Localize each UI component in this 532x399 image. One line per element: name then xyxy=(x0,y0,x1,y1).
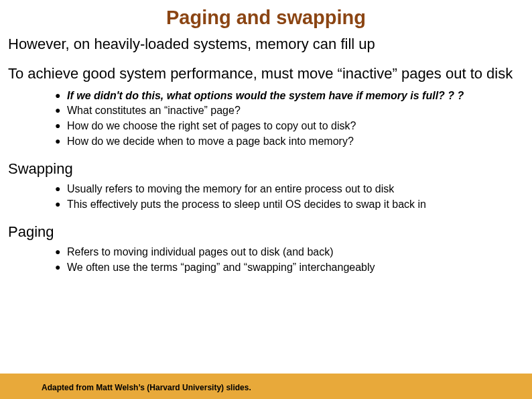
heading-swapping: Swapping xyxy=(8,160,524,178)
list-item-text: This effectively puts the process to sle… xyxy=(67,197,426,212)
bullets-swapping: ● Usually refers to moving the memory fo… xyxy=(8,182,524,211)
bullets-inactive-disk: ● If we didn't do this, what options wou… xyxy=(8,89,524,148)
bullets-paging: ● Refers to moving individual pages out … xyxy=(8,245,524,274)
list-item: ● If we didn't do this, what options wou… xyxy=(55,89,524,103)
list-item-text: What constitutes an “inactive” page? xyxy=(67,103,241,118)
bullet-icon: ● xyxy=(55,245,67,259)
list-item-text: Usually refers to moving the memory for … xyxy=(67,182,394,196)
list-item: ● What constitutes an “inactive” page? xyxy=(55,103,524,118)
intro-paragraph-2: To achieve good system performance, must… xyxy=(8,65,524,82)
list-item-text: We often use the terms “paging” and “swa… xyxy=(67,260,375,275)
footer-attribution: Adapted from Matt Welsh’s (Harvard Unive… xyxy=(42,383,251,392)
slide: Paging and swapping However, on heavily-… xyxy=(0,0,532,399)
bullet-icon: ● xyxy=(55,134,67,148)
list-item: ● Usually refers to moving the memory fo… xyxy=(55,182,524,196)
slide-title: Paging and swapping xyxy=(8,7,524,29)
list-item-text: If we didn't do this, what options would… xyxy=(67,89,464,103)
heading-paging: Paging xyxy=(8,223,524,241)
bullet-icon: ● xyxy=(55,103,67,117)
list-item: ● How do we choose the right set of page… xyxy=(55,119,524,133)
bullet-icon: ● xyxy=(55,260,67,274)
intro-paragraph-1: However, on heavily-loaded systems, memo… xyxy=(8,36,524,53)
list-item-text: Refers to moving individual pages out to… xyxy=(67,245,334,260)
bullet-icon: ● xyxy=(55,119,67,133)
list-item: ● Refers to moving individual pages out … xyxy=(55,245,524,260)
bullet-icon: ● xyxy=(55,89,67,103)
bullet-icon: ● xyxy=(55,197,67,211)
list-item: ● How do we decide when to move a page b… xyxy=(55,134,524,149)
list-item-text: How do we choose the right set of pages … xyxy=(67,119,356,133)
list-item: ● This effectively puts the process to s… xyxy=(55,197,524,212)
bullet-icon: ● xyxy=(55,182,67,196)
list-item: ● We often use the terms “paging” and “s… xyxy=(55,260,524,275)
list-item-text: How do we decide when to move a page bac… xyxy=(67,134,354,149)
